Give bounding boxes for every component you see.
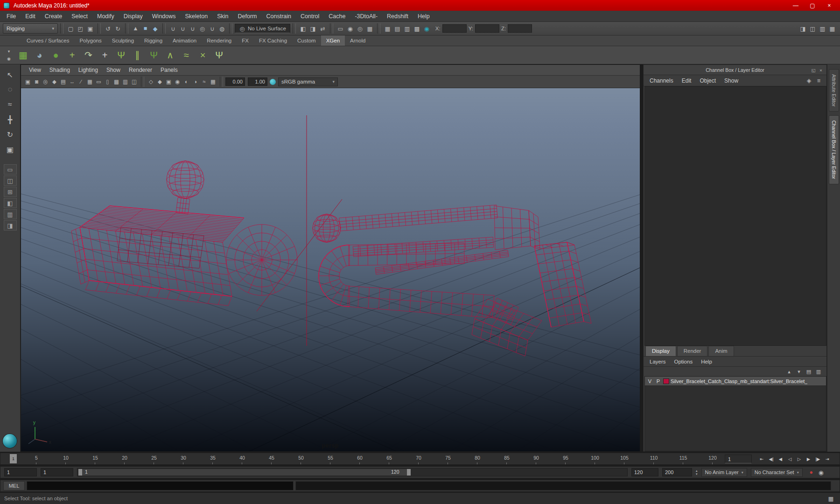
- new-scene-icon[interactable]: ▢: [66, 23, 76, 34]
- output-connections-icon[interactable]: ◨: [308, 23, 318, 34]
- channel-sliders-icon[interactable]: ◈: [804, 76, 814, 86]
- minimize-icon[interactable]: —: [788, 1, 803, 10]
- playback-start-field[interactable]: 1: [41, 468, 73, 476]
- selection-highlighting-icon[interactable]: ◉: [422, 23, 432, 34]
- snap-to-view-planes-icon[interactable]: ∪: [207, 23, 217, 34]
- select-object-icon[interactable]: ■: [140, 23, 150, 34]
- undock-icon[interactable]: ◱: [810, 66, 817, 74]
- film-gate-icon[interactable]: ▭: [94, 77, 103, 87]
- image-plane-icon[interactable]: ▤: [59, 77, 68, 87]
- shelf-tab[interactable]: Animation: [168, 35, 202, 46]
- menu-item[interactable]: -3DtoAll-: [350, 11, 382, 22]
- layout-single-pane-icon[interactable]: ▭: [4, 164, 17, 175]
- lasso-tool-icon[interactable]: ◌: [2, 82, 18, 97]
- layer-editor-menu-item[interactable]: Help: [697, 357, 716, 367]
- toolbar-grip[interactable]: [60, 23, 63, 34]
- layer-editor-tab[interactable]: Render: [677, 346, 708, 356]
- close-icon[interactable]: ×: [822, 1, 837, 10]
- shelf-gear-icon[interactable]: ◉: [5, 56, 13, 62]
- gamma-field[interactable]: 1.00: [248, 77, 267, 86]
- layout-four-pane-icon[interactable]: ⊞: [4, 187, 17, 197]
- current-frame-field[interactable]: 1: [725, 455, 752, 463]
- wireframe-icon[interactable]: ◇: [147, 77, 155, 87]
- snap-to-points-icon[interactable]: ∪: [188, 23, 197, 34]
- step-forward-key-icon[interactable]: |▶: [813, 455, 822, 464]
- redo-icon[interactable]: ↻: [113, 23, 123, 34]
- ipr-render-icon[interactable]: ◎: [355, 23, 365, 34]
- construction-history-icon[interactable]: ⇄: [318, 23, 328, 34]
- isolate-select-icon[interactable]: ▦: [209, 77, 217, 87]
- select-hierarchy-icon[interactable]: ▲: [131, 23, 140, 34]
- live-surface-field[interactable]: ◎ No Live Surface: [235, 24, 290, 33]
- layer-visibility-toggle[interactable]: V: [646, 378, 653, 384]
- menu-item[interactable]: Deform: [233, 11, 262, 22]
- workspace-toggle-icon[interactable]: ▦: [827, 23, 837, 34]
- shelf-tab[interactable]: Rigging: [139, 35, 168, 46]
- xgen-cut-icon[interactable]: ×: [195, 47, 211, 63]
- anim-layer-selector[interactable]: No Anim Layer ▾: [701, 468, 747, 477]
- color-management-icon[interactable]: [270, 79, 276, 85]
- open-scene-icon[interactable]: ◰: [76, 23, 85, 34]
- resolution-gate-icon[interactable]: ▯: [103, 77, 112, 87]
- menu-item[interactable]: Skeleton: [181, 11, 213, 22]
- mel-input[interactable]: [27, 481, 294, 490]
- shaded-icon[interactable]: ◆: [155, 77, 164, 87]
- channel-box-menu-item[interactable]: Show: [720, 75, 742, 86]
- range-start-handle[interactable]: [78, 469, 82, 476]
- move-layer-up-icon[interactable]: ▴: [785, 368, 793, 376]
- toolbar-grip[interactable]: [330, 23, 333, 34]
- view-transform-selector[interactable]: sRGB gamma ▾: [278, 77, 338, 86]
- range-slider-track[interactable]: 1 120: [77, 468, 628, 476]
- menu-set-selector[interactable]: Rigging ▾: [3, 23, 58, 34]
- channel-box-menu-item[interactable]: Edit: [678, 75, 696, 86]
- layout-two-pane-icon[interactable]: ◫: [4, 175, 17, 186]
- xgen-sphere-icon[interactable]: ◕: [31, 47, 48, 63]
- command-response-field[interactable]: [295, 481, 831, 490]
- shelf-tab[interactable]: Curves / Surfaces: [21, 35, 74, 46]
- menu-item[interactable]: Windows: [147, 11, 181, 22]
- animation-start-field[interactable]: 1: [4, 468, 37, 476]
- menu-item[interactable]: Modify: [92, 11, 119, 22]
- layer-editor-tab[interactable]: Display: [645, 346, 676, 356]
- attribute-editor-tab[interactable]: Attribute Editor: [829, 69, 839, 112]
- select-tool-icon[interactable]: ↖: [2, 67, 18, 82]
- select-component-icon[interactable]: ◆: [150, 23, 160, 34]
- render-view-icon[interactable]: ▭: [336, 23, 345, 34]
- use-all-lights-icon[interactable]: ◉: [173, 77, 182, 87]
- layout-hypershade-icon[interactable]: ▥: [4, 209, 17, 219]
- maximize-icon[interactable]: ▢: [805, 1, 820, 10]
- time-slider-ticks[interactable]: 5101520253035404550556065707580859095100…: [0, 453, 721, 464]
- command-language-button[interactable]: MEL: [3, 481, 25, 490]
- range-slider-selected-range[interactable]: [78, 469, 411, 476]
- shelf-tab[interactable]: Sculpting: [107, 35, 139, 46]
- viewport-menu-item[interactable]: Panels: [156, 65, 182, 76]
- viewport-menu-item[interactable]: Shading: [45, 65, 74, 76]
- menu-item[interactable]: Skin: [212, 11, 233, 22]
- step-forward-frame-icon[interactable]: ▶: [804, 455, 813, 464]
- layer-editor-menu-item[interactable]: Options: [670, 357, 697, 367]
- menu-item[interactable]: Control: [296, 11, 324, 22]
- move-tool-icon[interactable]: ╋: [2, 112, 18, 127]
- timeline-playhead[interactable]: 1: [10, 454, 17, 463]
- layer-playback-toggle[interactable]: P: [655, 378, 662, 384]
- rotate-tool-icon[interactable]: ↻: [2, 127, 18, 142]
- camera-attributes-icon[interactable]: ◎: [41, 77, 50, 87]
- layer-name[interactable]: Silver_Bracelet_Catch_Clasp_mb_standart:…: [671, 378, 807, 384]
- add-empty-layer-icon[interactable]: ▤: [805, 368, 813, 376]
- select-faces-icon[interactable]: ▥: [402, 23, 412, 34]
- channel-box-menu-item[interactable]: Object: [695, 75, 720, 86]
- menu-item[interactable]: Create: [40, 11, 67, 22]
- xgen-export-curves-icon[interactable]: ↷: [80, 47, 97, 63]
- shelf-tab[interactable]: Polygons: [74, 35, 106, 46]
- channel-box-toggle-icon[interactable]: ▥: [818, 23, 827, 34]
- layout-persp-graph-icon[interactable]: ◨: [4, 220, 17, 231]
- script-editor-icon[interactable]: ▦: [826, 493, 836, 504]
- viewport-menu-item[interactable]: Lighting: [74, 65, 102, 76]
- playback-end-field[interactable]: 120: [631, 468, 658, 476]
- range-end-handle[interactable]: [407, 469, 411, 476]
- shelf-tab[interactable]: XGen: [321, 35, 345, 46]
- menu-item[interactable]: Redshift: [382, 11, 413, 22]
- select-points-icon[interactable]: ▦: [383, 23, 392, 34]
- snap-to-projected-center-icon[interactable]: ◎: [197, 23, 207, 34]
- toolbar-grip[interactable]: [162, 23, 166, 34]
